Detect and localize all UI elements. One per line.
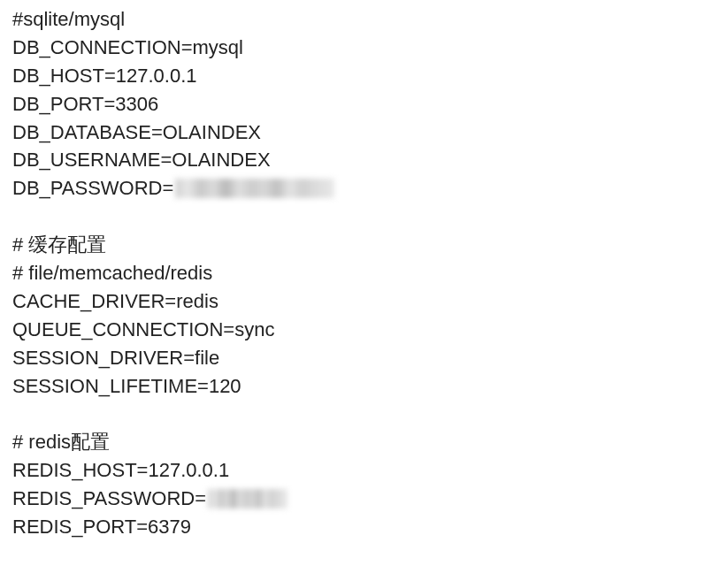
text: # redis配置 [12,428,110,456]
text: DB_USERNAME=OLAINDEX [12,146,271,174]
config-db-host: DB_HOST=127.0.0.1 [12,62,716,90]
config-redis-password: REDIS_PASSWORD= [12,485,716,513]
text: REDIS_HOST=127.0.0.1 [12,456,229,485]
redacted-password [208,489,287,508]
blank-line [12,400,716,428]
config-db-username: DB_USERNAME=OLAINDEX [12,146,716,174]
config-comment-redis: # redis配置 [12,428,716,456]
text-prefix: REDIS_PASSWORD= [12,485,206,513]
config-comment-cache-options: # file/memcached/redis [12,259,716,287]
text: CACHE_DRIVER=redis [12,287,218,316]
config-db-password: DB_PASSWORD= [12,174,716,203]
text: DB_HOST=127.0.0.1 [12,62,197,90]
config-db-connection: DB_CONNECTION=mysql [12,34,716,62]
text: # file/memcached/redis [12,259,212,287]
config-redis-port: REDIS_PORT=6379 [12,513,716,541]
config-db-database: DB_DATABASE=OLAINDEX [12,118,716,147]
text: DB_CONNECTION=mysql [12,34,243,62]
text: DB_DATABASE=OLAINDEX [12,118,261,147]
config-queue-connection: QUEUE_CONNECTION=sync [12,316,716,344]
config-comment-cache: # 缓存配置 [12,231,716,259]
config-db-port: DB_PORT=3306 [12,90,716,118]
redacted-password [175,179,334,198]
text: QUEUE_CONNECTION=sync [12,316,274,344]
config-session-driver: SESSION_DRIVER=file [12,344,716,372]
text: # 缓存配置 [12,231,106,259]
config-session-lifetime: SESSION_LIFETIME=120 [12,372,716,401]
text-prefix: DB_PASSWORD= [12,174,173,203]
text: #sqlite/mysql [12,5,125,34]
text: REDIS_PORT=6379 [12,513,191,541]
config-cache-driver: CACHE_DRIVER=redis [12,287,716,316]
config-redis-host: REDIS_HOST=127.0.0.1 [12,456,716,485]
text: SESSION_DRIVER=file [12,344,219,372]
config-comment-db-type: #sqlite/mysql [12,5,716,34]
text: DB_PORT=3306 [12,90,158,118]
text: SESSION_LIFETIME=120 [12,372,241,401]
blank-line [12,203,716,231]
